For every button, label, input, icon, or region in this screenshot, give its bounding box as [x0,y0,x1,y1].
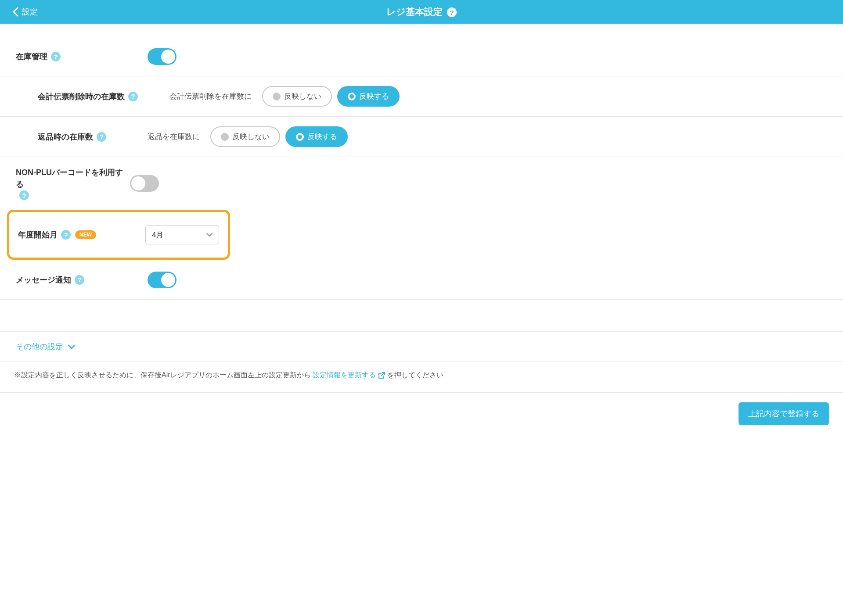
option-return-no-reflect[interactable]: 反映しない [210,126,280,147]
help-icon[interactable]: ? [97,132,106,142]
page-title: レジ基本設定 ? [386,6,457,18]
option-voucher-no-reflect[interactable]: 反映しない [262,86,332,107]
label-text-non-plu: NON-PLUバーコードを利用する [16,167,130,190]
select-value: 4月 [152,230,163,240]
radio-dot-icon [296,133,304,141]
toggle-knob [131,176,145,190]
row-inventory: 在庫管理 ? [0,37,843,76]
header: 設定 レジ基本設定 ? [0,0,843,24]
label-text-inventory: 在庫管理 [16,51,47,62]
label-inventory: 在庫管理 ? [16,51,148,62]
help-icon[interactable]: ? [51,52,61,61]
radio-dot-icon [273,93,281,100]
help-icon[interactable]: ? [75,275,84,285]
option-voucher-reflect[interactable]: 反映する [337,86,400,107]
new-badge: NEW [75,230,96,239]
chevron-left-icon [12,7,18,17]
row-fiscal-start-wrapper: 年度開始月 ? NEW 4月 [0,210,843,260]
row-return-stock: 返品時の在庫数 ? 返品を在庫数に 反映しない 反映する [0,117,843,157]
external-link-icon [378,372,385,380]
label-text-return-stock: 返品時の在庫数 [38,132,93,142]
header-help-icon[interactable]: ? [447,7,457,18]
control-message-notify [148,272,177,288]
toggle-inventory[interactable] [148,48,177,65]
toggle-knob [161,50,175,64]
content: 在庫管理 ? 会計伝票削除時の在庫数 ? 会計伝票削除を在庫数に 反映しない 反 [0,37,843,435]
option-label: 反映しない [284,91,321,101]
label-text-message-notify: メッセージ通知 [16,275,71,285]
option-label: 反映しない [232,132,270,142]
row-voucher-delete: 会計伝票削除時の在庫数 ? 会計伝票削除を在庫数に 反映しない 反映する [0,76,843,117]
question-icon: ? [447,7,457,17]
radio-dot-icon [221,133,229,141]
control-voucher-delete: 会計伝票削除を在庫数に 反映しない 反映する [169,86,400,107]
help-icon[interactable]: ? [61,230,71,240]
desc-voucher-delete: 会計伝票削除を在庫数に [169,91,252,101]
toggle-non-plu[interactable] [130,175,159,192]
control-return-stock: 返品を在庫数に 反映しない 反映する [148,126,348,147]
pill-group-voucher: 反映しない 反映する [262,86,400,107]
radio-dot-icon [348,93,356,100]
toggle-knob [161,273,175,287]
highlight-fiscal-start: 年度開始月 ? NEW 4月 [7,210,230,260]
option-label: 反映する [307,132,337,142]
option-return-reflect[interactable]: 反映する [285,126,348,147]
row-message-notify: メッセージ通知 ? [0,260,843,300]
control-inventory [148,48,177,65]
label-voucher-delete: 会計伝票削除時の在庫数 ? [38,91,169,102]
control-non-plu [130,175,159,192]
other-settings-section: その他の設定 [0,331,843,362]
control-fiscal-start: 4月 [145,225,219,244]
label-return-stock: 返品時の在庫数 ? [38,132,148,142]
chevron-down-icon [68,344,76,349]
page-title-text: レジ基本設定 [386,6,443,18]
pill-group-return: 反映しない 反映する [210,126,348,147]
footer: 上記内容で登録する [0,392,843,435]
label-text-voucher-delete: 会計伝票削除時の在庫数 [38,91,125,102]
help-icon[interactable]: ? [128,92,138,101]
back-button[interactable]: 設定 [12,7,38,17]
option-label: 反映する [359,91,389,101]
help-icon[interactable]: ? [19,190,29,200]
other-settings-toggle[interactable]: その他の設定 [16,341,827,352]
note-link-text: 設定情報を更新する [313,371,376,380]
label-non-plu: NON-PLUバーコードを利用する ? [16,167,130,200]
other-settings-label: その他の設定 [16,341,63,352]
back-label: 設定 [22,7,38,17]
label-message-notify: メッセージ通知 ? [16,275,148,285]
svg-line-0 [382,372,385,376]
note-suffix: を押してください [387,371,443,380]
chevron-down-icon [206,233,213,236]
submit-button[interactable]: 上記内容で登録する [739,402,829,425]
desc-return-stock: 返品を在庫数に [148,132,200,142]
label-fiscal-start: 年度開始月 ? NEW [18,229,145,240]
row-non-plu: NON-PLUバーコードを利用する ? [0,157,843,210]
toggle-message-notify[interactable] [148,272,177,288]
note-prefix: ※設定内容を正しく反映させるために、保存後Airレジアプリのホーム画面左上の設定… [14,371,311,380]
note-text: ※設定内容を正しく反映させるために、保存後Airレジアプリのホーム画面左上の設定… [0,362,843,389]
select-fiscal-month[interactable]: 4月 [145,225,219,244]
label-text-fiscal-start: 年度開始月 [18,229,58,240]
note-link[interactable]: 設定情報を更新する [313,371,385,380]
